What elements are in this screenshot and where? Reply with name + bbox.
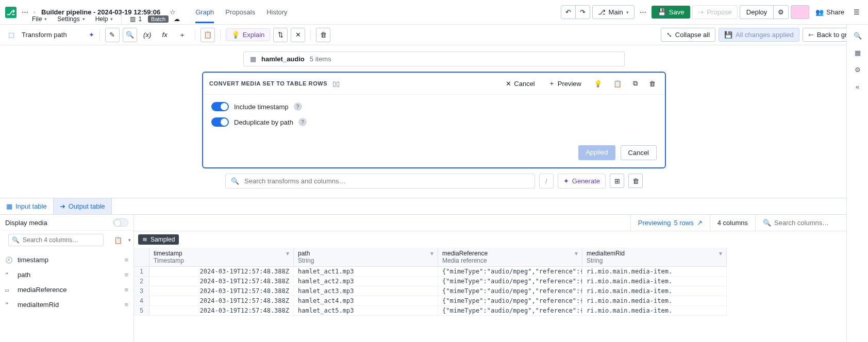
include-timestamp-toggle[interactable] xyxy=(211,102,229,111)
explain-button[interactable]: 💡 Explain xyxy=(226,28,271,41)
clipboard-icon[interactable]: 📋 xyxy=(111,234,125,246)
previewing-link[interactable]: Previewing xyxy=(638,219,671,227)
cell[interactable]: {"mimeType":"audio/mpeg","reference":{"t… xyxy=(438,277,582,286)
fx-italic-icon[interactable]: (x) xyxy=(140,28,155,42)
cell[interactable]: ri.mio.main.media-item. xyxy=(582,306,727,316)
generate-button[interactable]: ✦ Generate xyxy=(558,174,606,189)
cell[interactable]: 2024-03-19T12:57:48.388Z xyxy=(149,306,294,316)
cell[interactable]: 2024-03-19T12:57:48.388Z xyxy=(149,267,294,277)
bulb-icon[interactable]: 💡 xyxy=(591,78,605,90)
deploy-button[interactable]: Deploy xyxy=(740,6,773,19)
cell[interactable]: hamlet_act5.mp3 xyxy=(294,306,438,316)
cell[interactable]: hamlet_act1.mp3 xyxy=(294,267,438,277)
help-icon[interactable]: ? xyxy=(298,118,307,126)
help-icon[interactable]: ? xyxy=(294,102,302,111)
columns-search-input[interactable] xyxy=(23,236,100,244)
slash-hint: / xyxy=(539,174,554,189)
cell[interactable]: hamlet_act2.mp3 xyxy=(294,277,438,286)
sort-icon[interactable]: ≡ xyxy=(124,271,128,279)
cell[interactable]: ri.mio.main.media-item. xyxy=(582,267,727,277)
sparkle-icon[interactable]: ✦ xyxy=(89,31,94,39)
cell[interactable]: {"mimeType":"audio/mpeg","reference":{"t… xyxy=(438,286,582,296)
tab-proposals[interactable]: Proposals xyxy=(225,1,255,23)
cell[interactable]: hamlet_act4.mp3 xyxy=(294,296,438,306)
cell[interactable]: ri.mio.main.media-item. xyxy=(582,277,727,286)
data-preview-pane: Previewing 5 rows ↗ 4 columns 🔍 ≋ Sample… xyxy=(134,215,868,342)
tab-graph[interactable]: Graph xyxy=(195,1,214,23)
cell[interactable]: ri.mio.main.media-item. xyxy=(582,286,727,296)
branch-picker[interactable]: ⎇ Main ▾ xyxy=(592,5,635,19)
cell[interactable]: ri.mio.main.media-item. xyxy=(582,296,727,306)
rows-count[interactable]: 5 rows xyxy=(674,219,693,227)
menu-file[interactable]: File▾ xyxy=(28,13,51,25)
cell[interactable]: 2024-03-19T12:57:48.388Z xyxy=(149,286,294,296)
col-menu-icon[interactable]: ▾ xyxy=(286,250,289,257)
cell[interactable]: {"mimeType":"audio/mpeg","reference":{"t… xyxy=(438,306,582,316)
column-item[interactable]: ❝path≡ xyxy=(0,267,133,282)
cancel-button[interactable]: Cancel xyxy=(621,145,657,160)
rail-sliders-icon[interactable]: ⚙ xyxy=(855,66,861,74)
save-button[interactable]: 💾 Save xyxy=(652,6,691,19)
delete-icon[interactable]: 🗑 xyxy=(646,78,659,90)
collapse-all-button[interactable]: ⤡ Collapse all xyxy=(661,28,715,42)
trash-icon[interactable]: 🗑 xyxy=(628,174,643,188)
share-button[interactable]: 👥 Share xyxy=(811,6,848,18)
dataset-node[interactable]: ▦ hamlet_audio 5 items xyxy=(243,52,625,66)
new-panel-icon[interactable]: ⊞ xyxy=(610,174,624,188)
menu-settings[interactable]: Settings▾ xyxy=(53,13,89,25)
chevron-down-icon[interactable]: ▾ xyxy=(128,237,131,243)
col-menu-icon[interactable]: ▾ xyxy=(575,250,578,257)
column-item[interactable]: 🕘timestamp≡ xyxy=(0,252,133,267)
tab-history[interactable]: History xyxy=(266,1,287,23)
card-preview-button[interactable]: ＋Preview xyxy=(544,77,586,90)
cloud-icon[interactable]: ☁ xyxy=(171,13,183,25)
transform-path-icon[interactable]: ⬚ xyxy=(4,28,19,42)
cell[interactable]: {"mimeType":"audio/mpeg","reference":{"t… xyxy=(438,267,582,277)
search-input[interactable] xyxy=(244,177,529,185)
sort-icon[interactable]: ≡ xyxy=(124,256,128,264)
redo-button[interactable]: ↷ xyxy=(575,6,590,19)
cell[interactable]: hamlet_act3.mp3 xyxy=(294,286,438,296)
app-logo[interactable]: ⎇ xyxy=(5,7,16,18)
column-item[interactable]: ❝mediaItemRid≡ xyxy=(0,297,133,312)
cell[interactable]: 2024-03-19T12:57:48.388Z xyxy=(149,277,294,286)
columns-icon[interactable]: ▯▯ xyxy=(332,80,340,88)
branch-label: Main xyxy=(609,8,623,16)
right-rail: 🔍 ▦ ⚙ « xyxy=(846,25,868,342)
cell[interactable]: {"mimeType":"audio/mpeg","reference":{"t… xyxy=(438,296,582,306)
card-cancel-button[interactable]: ✕Cancel xyxy=(502,78,539,90)
copy-icon[interactable]: 📋 xyxy=(610,78,625,90)
column-item[interactable]: ▭mediaReference≡ xyxy=(0,282,133,297)
undo-button[interactable]: ↶ xyxy=(561,6,575,19)
data-grid[interactable]: timestamp▾Timestamppath▾StringmediaRefer… xyxy=(134,248,868,316)
rail-search-icon[interactable]: 🔍 xyxy=(854,32,862,40)
display-media-toggle[interactable] xyxy=(113,218,128,227)
cell[interactable]: 2024-03-19T12:57:48.388Z xyxy=(149,296,294,306)
sort-icon[interactable]: ≡ xyxy=(124,286,128,294)
panes-indicator[interactable]: ▥1 xyxy=(126,13,146,25)
list-icon[interactable]: ☰ xyxy=(850,6,863,18)
output-table-tab[interactable]: ➜ Output table xyxy=(54,198,112,214)
zoom-icon[interactable]: 🔍 xyxy=(123,28,137,42)
dedup-by-path-toggle[interactable] xyxy=(211,117,229,127)
transform-search[interactable]: 🔍 xyxy=(225,174,535,189)
deploy-settings-icon[interactable]: ⚙ xyxy=(773,6,788,19)
input-table-tab[interactable]: ▦ Input table xyxy=(0,198,54,214)
more-actions-icon[interactable]: ⋯ xyxy=(637,6,649,18)
trash-icon[interactable]: 🗑 xyxy=(316,28,330,42)
plus-icon[interactable]: ＋ xyxy=(175,28,190,42)
rail-calendar-icon[interactable]: ▦ xyxy=(855,49,861,57)
edit-icon[interactable]: ✎ xyxy=(105,28,120,42)
rail-collapse-icon[interactable]: « xyxy=(856,83,859,91)
close-icon[interactable]: ✕ xyxy=(291,28,305,42)
sort-icon[interactable]: ≡ xyxy=(124,301,128,309)
col-menu-icon[interactable]: ▾ xyxy=(719,250,722,257)
avatar[interactable] xyxy=(791,5,809,19)
col-menu-icon[interactable]: ▾ xyxy=(430,250,433,257)
expand-icon[interactable]: ⇅ xyxy=(273,28,288,42)
fx-icon[interactable]: fx xyxy=(158,28,172,42)
menu-help[interactable]: Help▾ xyxy=(91,13,118,25)
open-icon[interactable]: ↗ xyxy=(697,219,703,227)
duplicate-icon[interactable]: ⧉ xyxy=(630,77,641,90)
clipboard-icon[interactable]: 📋 xyxy=(201,28,215,42)
